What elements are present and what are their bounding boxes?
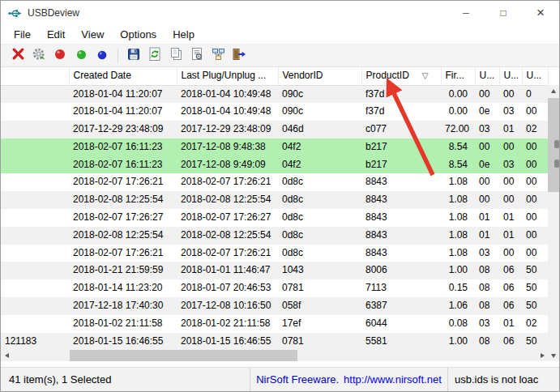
cell-created: 2018-01-14 11:23:20 bbox=[69, 279, 177, 297]
configure-device-button[interactable] bbox=[28, 46, 49, 66]
table-row[interactable]: 1211832018-01-15 16:46:552018-01-15 16:4… bbox=[1, 333, 548, 351]
scroll-left-button[interactable] bbox=[1, 350, 12, 361]
disable-device-button[interactable] bbox=[49, 46, 71, 66]
table-row[interactable]: 2018-02-07 17:26:212018-02-07 17:26:210d… bbox=[1, 173, 548, 191]
cell-product: b217 bbox=[361, 138, 441, 156]
cell-u3: 00 bbox=[522, 191, 548, 209]
cell-created: 2018-02-07 17:26:21 bbox=[69, 173, 177, 191]
cell-product: 8843 bbox=[361, 191, 441, 209]
cell-created: 2018-01-04 11:20:07 bbox=[69, 103, 177, 121]
cell-created: 2018-02-08 12:25:54 bbox=[69, 191, 177, 209]
enable-device-button[interactable] bbox=[71, 46, 92, 66]
cell-u1: 01 bbox=[475, 227, 499, 245]
cell-last: 2018-02-08 12:25:54 bbox=[177, 191, 278, 209]
cell-fir: 1.06 bbox=[441, 297, 475, 315]
table-row[interactable]: 2018-02-07 16:11:232017-12-08 9:49:0904f… bbox=[1, 156, 548, 174]
menu-item-options[interactable]: Options bbox=[112, 27, 165, 42]
exit-icon bbox=[232, 48, 246, 64]
cell-vendor: 0d8c bbox=[278, 191, 361, 209]
cell-created: 2018-02-07 16:11:23 bbox=[69, 156, 177, 174]
cell-vendor: 058f bbox=[278, 297, 361, 315]
status-usbids-message: usb.ids is not loac bbox=[448, 368, 559, 391]
table-row[interactable]: 2017-12-29 23:48:092017-12-29 23:48:0904… bbox=[1, 121, 548, 138]
table-row[interactable]: 2018-01-14 11:23:202018-01-07 20:46:5307… bbox=[1, 279, 548, 297]
disable-red-ball-icon bbox=[54, 49, 66, 63]
menu-item-view[interactable]: View bbox=[73, 27, 112, 42]
cell-u3: 02 bbox=[522, 121, 548, 138]
scroll-right-button[interactable] bbox=[536, 350, 548, 361]
table-row[interactable]: 2018-01-04 11:20:072018-01-04 10:49:4809… bbox=[1, 85, 548, 103]
reenable-device-button[interactable] bbox=[92, 46, 113, 66]
menu-item-edit[interactable]: Edit bbox=[39, 27, 73, 42]
reenable-blue-ball-icon bbox=[97, 49, 107, 63]
cell-vendor: 090c bbox=[278, 85, 361, 103]
open-regedit-button[interactable] bbox=[207, 46, 229, 66]
exit-button[interactable] bbox=[229, 46, 250, 66]
cell-product: 8843 bbox=[361, 209, 441, 227]
table-row[interactable]: 2017-12-18 17:40:302017-12-08 10:16:5005… bbox=[1, 297, 548, 315]
refresh-button[interactable] bbox=[144, 46, 165, 66]
vertical-scrollbar[interactable] bbox=[548, 85, 559, 361]
cell-u1: 00 bbox=[475, 191, 499, 209]
column-header-last-plug-unplug[interactable]: Last Plug/Unplug ... bbox=[177, 67, 278, 85]
table-body: 2018-01-04 11:20:072018-01-04 10:49:4809… bbox=[1, 85, 548, 350]
maximize-button[interactable]: □ bbox=[485, 1, 522, 25]
cell-icon bbox=[1, 138, 69, 156]
cell-u3: 50 bbox=[522, 262, 548, 279]
nirsoft-url-link[interactable]: http://www.nirsoft.net bbox=[344, 373, 442, 386]
column-header-usb-3[interactable]: U... bbox=[522, 67, 548, 85]
uninstall-device-button[interactable] bbox=[7, 46, 28, 66]
horizontal-scrollbar[interactable] bbox=[1, 350, 548, 361]
cell-fir: 0.15 bbox=[441, 279, 475, 297]
sort-indicator-icon: ▽ bbox=[422, 67, 429, 84]
table-row[interactable]: 2018-02-07 17:26:272018-02-07 17:26:270d… bbox=[1, 209, 548, 227]
titlebar[interactable]: USBDeview ─ □ × bbox=[1, 1, 559, 25]
cell-icon bbox=[1, 191, 69, 209]
scroll-left-icon bbox=[5, 353, 9, 358]
status-nirsoft-panel: NirSoft Freeware. http://www.nirsoft.net bbox=[250, 368, 448, 391]
table-row[interactable]: 2018-02-08 12:25:542018-02-08 12:25:540d… bbox=[1, 227, 548, 245]
column-header-vendorid[interactable]: VendorID bbox=[278, 67, 361, 85]
cell-icon bbox=[1, 156, 69, 174]
column-header-usb-2[interactable]: U... bbox=[499, 67, 522, 85]
copy-button[interactable] bbox=[165, 46, 186, 66]
scroll-down-button[interactable] bbox=[548, 350, 559, 361]
toolbar-separator bbox=[118, 49, 118, 63]
cell-vendor: 0d8c bbox=[278, 209, 361, 227]
copy-icon bbox=[169, 47, 183, 64]
table-row[interactable]: 2018-01-02 21:11:582018-01-02 21:11:5817… bbox=[1, 315, 548, 333]
cell-fir: 1.08 bbox=[441, 209, 475, 227]
menu-item-file[interactable]: File bbox=[6, 27, 39, 42]
close-button[interactable]: × bbox=[522, 1, 559, 25]
minimize-button[interactable]: ─ bbox=[447, 1, 485, 25]
cell-vendor: 090c bbox=[278, 103, 361, 121]
statusbar: 41 item(s), 1 Selected NirSoft Freeware.… bbox=[1, 367, 559, 391]
table-row[interactable]: 2018-01-21 21:59:592018-01-01 11:46:4710… bbox=[1, 262, 548, 279]
table-row[interactable]: 2018-02-08 12:25:542018-02-08 12:25:540d… bbox=[1, 191, 548, 209]
column-header-created-date[interactable]: Created Date bbox=[69, 67, 177, 85]
column-header-firmware[interactable]: Fir... bbox=[441, 67, 475, 85]
menu-item-help[interactable]: Help bbox=[165, 27, 203, 42]
scroll-up-button[interactable] bbox=[548, 85, 559, 96]
cell-icon: 121183 bbox=[1, 333, 69, 351]
table-row[interactable]: 2018-01-04 11:20:072018-01-04 10:49:4809… bbox=[1, 103, 548, 121]
usbdeview-window: USBDeview ─ □ × FileEditViewOptionsHelp bbox=[0, 0, 560, 392]
column-header-productid[interactable]: ProductID ▽ bbox=[361, 67, 441, 85]
cell-u2: 06 bbox=[499, 297, 522, 315]
cell-fir: 1.08 bbox=[441, 245, 475, 262]
scroll-up-icon bbox=[551, 89, 556, 93]
cell-last: 2017-12-08 9:49:09 bbox=[177, 156, 278, 174]
cell-last: 2018-01-07 20:46:53 bbox=[177, 279, 278, 297]
column-header-usb-1[interactable]: U... bbox=[475, 67, 499, 85]
save-button[interactable] bbox=[123, 46, 144, 66]
scroll-right-icon bbox=[541, 353, 545, 358]
table-row[interactable]: 2018-02-07 16:11:232017-12-08 9:48:3804f… bbox=[1, 138, 548, 156]
cell-u2: 00 bbox=[499, 245, 522, 262]
column-header-icon[interactable] bbox=[1, 67, 69, 85]
cell-created: 2018-01-02 21:11:58 bbox=[69, 315, 177, 333]
table-row[interactable]: 2018-02-07 17:26:212018-02-07 17:26:210d… bbox=[1, 245, 548, 262]
cell-product: 6044 bbox=[361, 315, 441, 333]
cell-icon bbox=[1, 103, 69, 121]
properties-button[interactable] bbox=[186, 46, 207, 66]
horizontal-scroll-thumb[interactable] bbox=[70, 350, 297, 361]
